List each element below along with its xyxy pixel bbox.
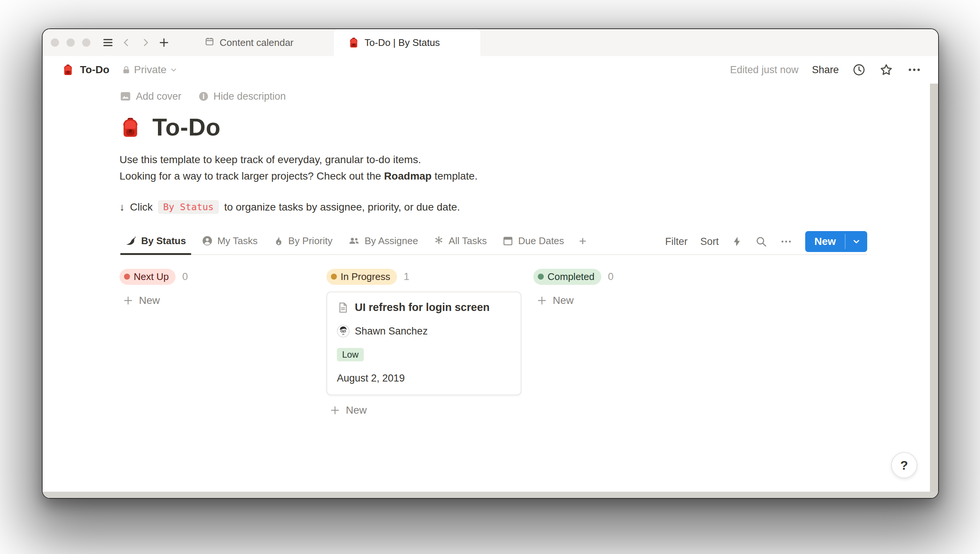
pepper-icon xyxy=(126,235,137,247)
roadmap-link: Roadmap xyxy=(384,170,432,182)
view-options-icon[interactable] xyxy=(780,235,792,248)
down-arrow-icon: ↓ xyxy=(120,201,125,213)
card-title: UI refresh for login screen xyxy=(355,301,490,314)
calendar-grid-icon xyxy=(502,235,513,247)
traffic-light-close[interactable] xyxy=(51,38,59,47)
info-icon xyxy=(198,91,209,102)
plus-icon xyxy=(123,295,134,306)
plus-icon xyxy=(330,405,341,416)
traffic-light-zoom[interactable] xyxy=(82,38,90,47)
status-dot xyxy=(331,274,337,280)
people-icon xyxy=(348,235,360,247)
priority-badge: Low xyxy=(337,348,364,361)
help-button[interactable]: ? xyxy=(891,452,917,478)
page-content: Add cover Hide description To-Do Use thi… xyxy=(43,84,938,498)
page-emoji backpack-emoji[interactable] xyxy=(120,116,141,138)
column-count: 0 xyxy=(182,271,188,283)
filter-button[interactable]: Filter xyxy=(665,236,688,247)
column-in-progress: In Progress 1 UI refresh for login scree xyxy=(327,267,521,416)
tab-label: To-Do | By Status xyxy=(365,37,440,49)
new-entry-caret-icon[interactable] xyxy=(846,231,867,252)
column-completed: Completed 0 New xyxy=(533,267,728,416)
app-window: Content calendar To-Do | By Status To-Do… xyxy=(42,29,939,499)
calendar-icon xyxy=(205,37,214,49)
avatar xyxy=(337,325,350,337)
new-card-button[interactable]: New xyxy=(327,404,521,416)
privacy-dropdown[interactable]: Private xyxy=(121,64,178,76)
flame-icon xyxy=(273,236,284,246)
horizontal-scrollbar[interactable] xyxy=(43,492,938,498)
favorite-star-icon[interactable] xyxy=(879,63,893,77)
vertical-scrollbar[interactable] xyxy=(930,84,938,498)
add-cover-button[interactable]: Add cover xyxy=(120,90,182,102)
view-tab-due-dates[interactable]: Due Dates xyxy=(496,231,570,254)
page-doc-icon xyxy=(337,302,349,314)
backpack-emoji xyxy=(348,37,359,48)
person-icon xyxy=(202,235,213,247)
view-tab-by-priority[interactable]: By Priority xyxy=(268,231,338,254)
search-icon[interactable] xyxy=(755,236,767,247)
card-due-date: August 2, 2019 xyxy=(337,373,511,384)
view-tab-by-assignee[interactable]: By Assignee xyxy=(342,230,424,254)
task-card[interactable]: UI refresh for login screen Shawn San xyxy=(327,291,521,395)
new-tab-icon[interactable] xyxy=(155,34,172,51)
tab-label: Content calendar xyxy=(220,37,293,49)
image-icon xyxy=(120,90,131,102)
backpack-emoji xyxy=(62,64,74,76)
lock-icon xyxy=(121,65,131,75)
chevron-down-icon xyxy=(170,66,178,74)
card-assignee: Shawn Sanchez xyxy=(337,325,511,337)
hide-description-button[interactable]: Hide description xyxy=(198,91,286,102)
nav-forward-icon[interactable] xyxy=(137,34,154,51)
edited-status: Edited just now xyxy=(730,64,798,76)
plus-icon xyxy=(536,295,548,306)
column-next-up: Next Up 0 New xyxy=(120,267,314,416)
view-tab-all-tasks[interactable]: All Tasks xyxy=(428,231,492,254)
traffic-light-minimize[interactable] xyxy=(67,38,75,47)
page-description: Use this template to keep track of every… xyxy=(120,151,867,185)
new-card-button[interactable]: New xyxy=(120,295,314,307)
column-count: 0 xyxy=(608,271,613,283)
status-badge-completed[interactable]: Completed xyxy=(533,269,601,285)
kanban-board: Next Up 0 New In xyxy=(120,267,867,416)
more-options-icon[interactable] xyxy=(907,62,922,77)
status-badge-next-up[interactable]: Next Up xyxy=(120,269,175,285)
new-entry-button[interactable]: New xyxy=(805,231,845,252)
view-tab-by-status[interactable]: By Status xyxy=(120,231,192,254)
view-toolbar: Filter Sort New xyxy=(665,231,867,252)
breadcrumb[interactable]: To-Do xyxy=(80,64,110,76)
window-tabstrip: Content calendar To-Do | By Status xyxy=(43,29,938,56)
tab-content-calendar[interactable]: Content calendar xyxy=(190,29,308,56)
new-entry-split-button: New xyxy=(805,231,867,252)
column-count: 1 xyxy=(404,271,410,283)
add-view-button[interactable]: + xyxy=(574,234,591,251)
lightning-icon[interactable] xyxy=(731,236,743,247)
tab-todo-by-status[interactable]: To-Do | By Status xyxy=(334,29,480,56)
status-dot xyxy=(538,274,544,280)
history-clock-icon[interactable] xyxy=(852,63,866,76)
share-button[interactable]: Share xyxy=(812,64,839,76)
asterisk-icon xyxy=(433,236,444,246)
new-card-button[interactable]: New xyxy=(533,295,728,307)
nav-back-icon[interactable] xyxy=(118,34,135,51)
sidebar-menu-icon[interactable] xyxy=(99,34,116,51)
page-title: To-Do xyxy=(152,113,221,141)
status-dot xyxy=(124,274,130,280)
callout-line: ↓ Click By Status to organize tasks by a… xyxy=(120,200,867,214)
page-header: To-Do Private Edited just now Share xyxy=(43,56,938,84)
by-status-code-chip: By Status xyxy=(158,200,219,214)
status-badge-in-progress[interactable]: In Progress xyxy=(327,269,397,285)
view-tab-my-tasks[interactable]: My Tasks xyxy=(196,231,264,254)
sort-button[interactable]: Sort xyxy=(700,236,719,247)
